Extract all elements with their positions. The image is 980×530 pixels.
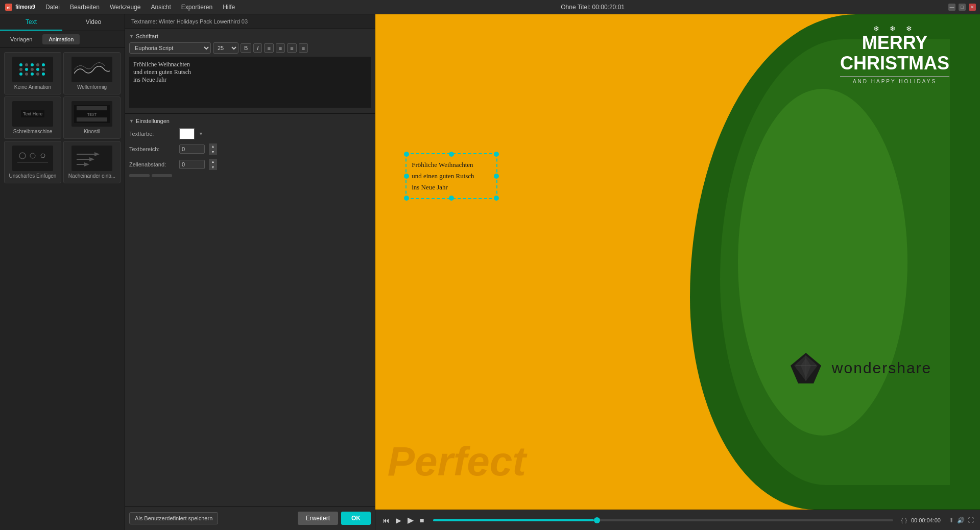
- pb-bracket-left[interactable]: {: [901, 517, 903, 523]
- menu-werkzeuge[interactable]: Werkzeuge: [108, 3, 142, 12]
- textbereich-label: Textbereich:: [129, 146, 175, 152]
- save-custom-button[interactable]: Als Benutzerdefiniert speichern: [129, 512, 218, 524]
- export-icon[interactable]: ⬆: [949, 517, 954, 524]
- middle-panel: Textname: Winter Holidays Pack Lowerthir…: [125, 14, 375, 530]
- text-editor-area[interactable]: Fröhliche Weihnachten und einen guten Ru…: [129, 57, 371, 108]
- svg-marker-10: [94, 152, 100, 156]
- zellenabstand-row: Zellenabstand: ▲ ▼: [129, 159, 371, 170]
- main-area: Text Video Vorlagen Animation Keine Anim…: [0, 14, 980, 530]
- right-panel: ❄ ❄ ❄ MERRY CHRISTMAS AND HAPPY HOLIDAYS: [375, 14, 980, 530]
- window-title: Ohne Titel: 00:00:20:01: [243, 4, 942, 11]
- einstellungen-header[interactable]: ▼ Einstellungen: [129, 118, 371, 124]
- tab-text[interactable]: Text: [0, 14, 62, 31]
- handle-ml[interactable]: [404, 174, 409, 179]
- playback-slider[interactable]: [433, 519, 893, 521]
- stop-button[interactable]: ■: [419, 515, 425, 525]
- textbereich-input[interactable]: [179, 144, 205, 154]
- maximize-button[interactable]: □: [959, 4, 966, 11]
- handle-tl[interactable]: [404, 152, 409, 157]
- svg-point-7: [41, 154, 45, 158]
- textbereich-down[interactable]: ▼: [209, 149, 217, 155]
- zellenabstand-input[interactable]: [179, 160, 205, 169]
- menu-ansicht[interactable]: Ansicht: [149, 3, 173, 12]
- handle-mr[interactable]: [494, 174, 499, 179]
- anim-schreibmaschine-preview: Text Here: [12, 101, 53, 127]
- happy-holidays-text: AND HAPPY HOLIDAYS: [840, 76, 949, 84]
- minimize-button[interactable]: —: [948, 4, 955, 11]
- anim-keine-preview: [12, 57, 53, 82]
- pb-bracket-right[interactable]: }: [905, 517, 907, 523]
- volume-icon[interactable]: 🔊: [957, 517, 965, 524]
- handle-bl[interactable]: [404, 196, 409, 201]
- font-size-select[interactable]: 25: [213, 42, 238, 54]
- anim-wellenfoermig[interactable]: Wellenförmig: [63, 52, 121, 94]
- zellenabstand-spinner: ▲ ▼: [209, 159, 217, 170]
- font-select[interactable]: Euphoria Script: [129, 42, 211, 54]
- text-overlay-box[interactable]: Fröhliche Weihnachtenund einen guten Rut…: [405, 153, 497, 199]
- textbereich-up[interactable]: ▲: [209, 143, 217, 149]
- align-left-button[interactable]: ≡: [264, 43, 273, 53]
- zellenabstand-up[interactable]: ▲: [209, 159, 217, 164]
- action-buttons: Erweitert OK: [298, 512, 371, 525]
- fullscreen-icon[interactable]: ⛶: [968, 517, 974, 524]
- schriftart-header[interactable]: ▼ Schriftart: [129, 33, 371, 39]
- text-video-tabs: Text Video: [0, 14, 125, 31]
- svg-marker-12: [89, 157, 94, 161]
- play-prev-button[interactable]: ▶: [395, 515, 402, 525]
- einstellungen-section: ▼ Einstellungen Textfarbe: ▼ Textbereich…: [125, 114, 375, 181]
- app-logo: f9 filmora9: [4, 3, 35, 12]
- window-controls: — □ ✕: [948, 4, 976, 11]
- tab-animation[interactable]: Animation: [42, 34, 80, 44]
- close-button[interactable]: ✕: [969, 4, 976, 11]
- textfarbe-colorpicker[interactable]: [179, 128, 195, 139]
- menu-bearbeiten[interactable]: Bearbeiten: [68, 3, 102, 12]
- text-here-preview-text: Text Here: [21, 110, 45, 117]
- menu-hilfe[interactable]: Hilfe: [221, 3, 237, 12]
- anim-kinostil-preview: TEXT: [71, 101, 112, 127]
- align-justify-button[interactable]: ≡: [299, 43, 308, 53]
- perfect-watermark: Perfect: [388, 438, 526, 485]
- handle-tr[interactable]: [494, 152, 499, 157]
- handle-bm[interactable]: [449, 196, 454, 201]
- anim-schreibmaschine[interactable]: Text Here Schreibmaschine: [4, 97, 61, 139]
- textbereich-spinner: ▲ ▼: [209, 143, 217, 155]
- svg-point-5: [19, 153, 26, 159]
- bold-button[interactable]: B: [241, 43, 251, 53]
- christmas-text: CHRISTMAS: [840, 53, 949, 74]
- play-button[interactable]: ▶: [407, 514, 415, 526]
- snowflakes-icon: ❄ ❄ ❄: [840, 25, 949, 33]
- anim-nacheinander-preview: [71, 146, 112, 171]
- einstellungen-label: Einstellungen: [136, 118, 170, 124]
- textfarbe-dropdown-arrow[interactable]: ▼: [199, 131, 203, 136]
- menu-datei[interactable]: Datei: [43, 3, 62, 12]
- anim-nacheinander[interactable]: Nacheinander einb...: [63, 141, 121, 183]
- anim-unscharfes-label: Unscharfes Einfügen: [9, 173, 57, 179]
- menu-exportieren[interactable]: Exportieren: [179, 3, 214, 12]
- more-settings-indicator: [129, 174, 371, 177]
- prev-frame-button[interactable]: ⏮: [381, 515, 391, 525]
- ok-button[interactable]: OK: [341, 512, 371, 525]
- wondershare-logo-area: wondershare: [788, 350, 931, 386]
- anim-keine[interactable]: Keine Animation: [4, 52, 61, 94]
- anim-kinostil[interactable]: TEXT Kinostil: [63, 97, 121, 139]
- pb-extra-icons: ⬆ 🔊 ⛶: [949, 517, 974, 524]
- anim-nacheinander-label: Nacheinander einb...: [68, 173, 115, 179]
- playback-bar: ⏮ ▶ ▶ ■ { } 00:00:04:00 ⬆ 🔊 ⛶: [375, 510, 980, 530]
- anim-unscharfes[interactable]: Unscharfes Einfügen: [4, 141, 61, 183]
- tab-video[interactable]: Video: [62, 14, 125, 31]
- tab-vorlagen[interactable]: Vorlagen: [4, 34, 38, 44]
- textfarbe-label: Textfarbe:: [129, 131, 175, 137]
- erweitert-button[interactable]: Erweitert: [298, 512, 338, 525]
- align-right-button[interactable]: ≡: [287, 43, 296, 53]
- italic-button[interactable]: I: [253, 43, 262, 53]
- preview-area: ❄ ❄ ❄ MERRY CHRISTMAS AND HAPPY HOLIDAYS: [375, 14, 980, 510]
- playback-thumb[interactable]: [594, 517, 600, 523]
- handle-tm[interactable]: [449, 152, 454, 157]
- anim-kinostil-label: Kinostil: [84, 129, 100, 134]
- handle-br[interactable]: [494, 196, 499, 201]
- textbereich-row: Textbereich: ▲ ▼: [129, 143, 371, 155]
- align-center-button[interactable]: ≡: [276, 43, 285, 53]
- anim-schreibmaschine-label: Schreibmaschine: [13, 129, 53, 134]
- app-name: filmora9: [15, 4, 35, 10]
- zellenabstand-down[interactable]: ▼: [209, 164, 217, 170]
